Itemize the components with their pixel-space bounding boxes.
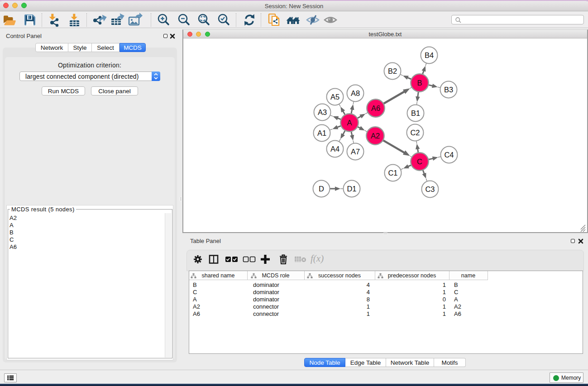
svg-text:B4: B4 bbox=[425, 51, 434, 59]
svg-text:A7: A7 bbox=[351, 148, 360, 156]
svg-text:B2: B2 bbox=[388, 67, 397, 75]
svg-text:A2: A2 bbox=[371, 132, 380, 140]
svg-text:C1: C1 bbox=[388, 169, 397, 177]
svg-text:A5: A5 bbox=[330, 93, 339, 101]
svg-text:D1: D1 bbox=[347, 185, 356, 193]
svg-text:B1: B1 bbox=[411, 109, 420, 117]
svg-text:A6: A6 bbox=[371, 104, 380, 112]
svg-text:A3: A3 bbox=[318, 108, 327, 116]
svg-text:D: D bbox=[319, 185, 324, 193]
svg-text:C4: C4 bbox=[444, 151, 454, 159]
svg-text:A1: A1 bbox=[317, 129, 326, 137]
svg-text:A4: A4 bbox=[330, 145, 339, 153]
svg-text:B3: B3 bbox=[444, 86, 453, 94]
svg-text:C3: C3 bbox=[425, 185, 435, 193]
svg-text:C2: C2 bbox=[410, 129, 420, 137]
svg-text:A: A bbox=[347, 119, 352, 127]
svg-text:C: C bbox=[417, 157, 422, 166]
svg-text:B: B bbox=[417, 79, 422, 87]
svg-text:A8: A8 bbox=[351, 89, 360, 97]
